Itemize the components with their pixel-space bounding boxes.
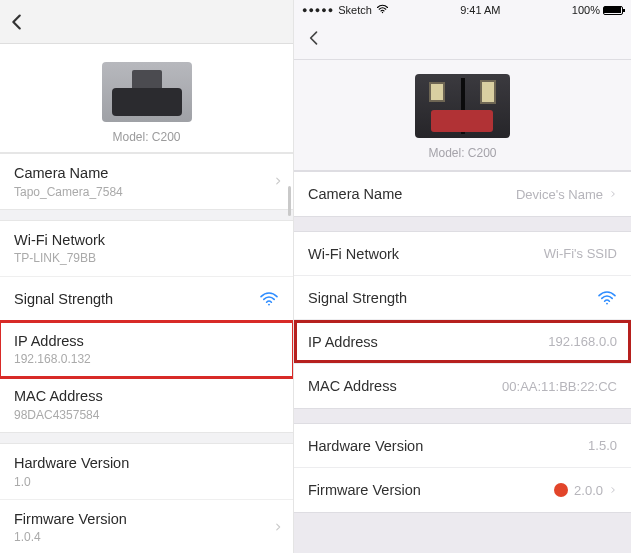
ip-label: IP Address (14, 332, 233, 352)
camera-name-label: Camera Name (14, 164, 279, 184)
row-wifi-network: Wi-Fi Network TP-LINK_79BB (0, 221, 293, 277)
row-camera-name[interactable]: Camera Name Device's Name (294, 172, 631, 216)
wifi-value: TP-LINK_79BB (14, 250, 279, 266)
ip-value: 192.168.0.0 (548, 334, 617, 349)
row-wifi-network: Wi-Fi Network Wi-Fi's SSID (294, 232, 631, 276)
chevron-right-icon (273, 520, 283, 534)
wifi-label: Wi-Fi Network (308, 246, 399, 262)
wifi-icon (597, 290, 617, 306)
back-button[interactable] (6, 11, 28, 33)
device-thumbnail (102, 62, 192, 122)
svg-point-0 (268, 303, 270, 305)
nav-header (0, 0, 293, 44)
chevron-right-icon (273, 174, 283, 188)
wifi-icon (259, 291, 279, 307)
back-button[interactable] (304, 28, 324, 52)
chevron-right-icon (609, 188, 617, 200)
carrier-label: Sketch (338, 4, 372, 16)
fw-label: Firmware Version (14, 510, 279, 530)
model-label: Model: C200 (112, 130, 180, 144)
wifi-status-icon (376, 4, 389, 16)
wifi-label: Wi-Fi Network (14, 231, 279, 251)
device-thumbnail-area: Model: C200 (294, 60, 631, 171)
fw-value: 1.0.4 (14, 529, 279, 545)
hw-value: 1.0 (14, 474, 279, 490)
mac-label: MAC Address (14, 387, 279, 407)
svg-point-1 (382, 12, 383, 13)
hw-label: Hardware Version (14, 454, 279, 474)
camera-name-value: Tapo_Camera_7584 (14, 184, 279, 200)
signal-label: Signal Strength (14, 291, 113, 307)
row-firmware-version[interactable]: Firmware Version 2.0.0 (294, 468, 631, 512)
camera-name-label: Camera Name (308, 186, 402, 202)
fw-value: 2.0.0 (574, 483, 603, 498)
phone-screen-left: Model: C200 Camera Name Tapo_Camera_7584… (0, 0, 294, 553)
battery-icon (603, 6, 623, 15)
ip-label: IP Address (308, 334, 378, 350)
update-badge-icon (554, 483, 568, 497)
battery-percent: 100% (572, 4, 600, 16)
nav-header (294, 20, 631, 60)
row-mac-address: MAC Address 98DAC4357584 (0, 377, 293, 432)
ip-value: 192.168.0.132 (14, 351, 233, 367)
svg-point-2 (606, 302, 608, 304)
phone-screen-right: ●●●●● Sketch 9:41 AM 100% Model: C200 Ca… (294, 0, 631, 553)
row-hardware-version: Hardware Version 1.0 (0, 444, 293, 500)
row-camera-name[interactable]: Camera Name Tapo_Camera_7584 (0, 154, 293, 209)
row-mac-address: MAC Address 00:AA:11:BB:22:CC (294, 364, 631, 408)
row-firmware-version[interactable]: Firmware Version 1.0.4 (0, 500, 293, 553)
mac-value: 98DAC4357584 (14, 407, 279, 423)
status-bar: ●●●●● Sketch 9:41 AM 100% (294, 0, 631, 20)
hw-value: 1.5.0 (588, 438, 617, 453)
clock: 9:41 AM (460, 4, 500, 16)
fw-label: Firmware Version (308, 482, 421, 498)
signal-label: Signal Strength (308, 290, 407, 306)
row-signal-strength: Signal Strength (0, 277, 293, 322)
mac-value: 00:AA:11:BB:22:CC (502, 379, 617, 394)
hw-label: Hardware Version (308, 438, 423, 454)
row-ip-address: IP Address 192.168.0.132 (0, 322, 293, 378)
scrollbar-thumb[interactable] (288, 186, 291, 216)
signal-dots-icon: ●●●●● (302, 5, 334, 15)
row-ip-address: IP Address 192.168.0.0 (294, 320, 631, 364)
wifi-value: Wi-Fi's SSID (544, 246, 617, 261)
device-thumbnail (415, 74, 510, 138)
chevron-right-icon (609, 484, 617, 496)
model-label: Model: C200 (428, 146, 496, 160)
device-thumbnail-area: Model: C200 (0, 44, 293, 153)
mac-label: MAC Address (308, 378, 397, 394)
camera-name-value: Device's Name (516, 187, 603, 202)
row-signal-strength: Signal Strength (294, 276, 631, 320)
row-hardware-version: Hardware Version 1.5.0 (294, 424, 631, 468)
